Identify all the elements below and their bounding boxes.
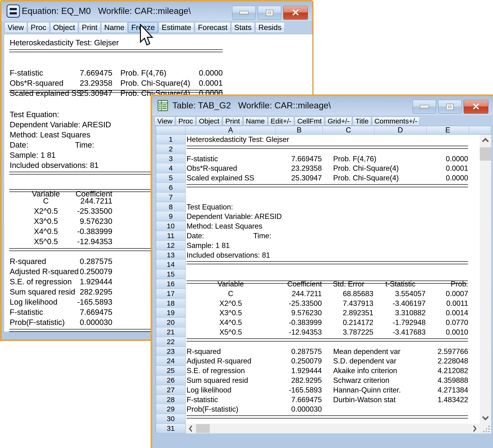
column-header-d[interactable]: D: [374, 126, 426, 135]
row-header[interactable]: 9: [156, 212, 186, 221]
scroll-down-button[interactable]: [480, 412, 491, 424]
menu-proc[interactable]: Proc: [28, 22, 49, 33]
corner-header[interactable]: [156, 126, 186, 135]
row-header[interactable]: 15: [156, 269, 186, 279]
menu-name[interactable]: Name: [101, 22, 127, 33]
table-titlebar[interactable]: Table: TAB_G2 Workfile: CAR::mileage\ ✕: [152, 96, 493, 115]
minimize-button[interactable]: [413, 100, 436, 114]
menu-name[interactable]: Name: [243, 117, 268, 125]
resize-grip[interactable]: [480, 424, 491, 433]
row-header[interactable]: 5: [156, 173, 186, 183]
menu-print[interactable]: Print: [79, 22, 101, 33]
row-header[interactable]: 31: [156, 424, 186, 433]
menu-estimate[interactable]: Estimate: [159, 22, 194, 33]
horizontal-scrollbar-thumb[interactable]: [196, 424, 210, 433]
separator-line: [187, 416, 468, 418]
scroll-up-button[interactable]: [480, 135, 491, 146]
menu-forecast[interactable]: Forecast: [195, 22, 230, 33]
menu-comments[interactable]: Comments+/-: [372, 117, 420, 125]
row-header[interactable]: 14: [156, 260, 186, 269]
menu-stats[interactable]: Stats: [231, 22, 255, 33]
row-header[interactable]: 20: [156, 318, 186, 327]
maximize-button[interactable]: [258, 6, 281, 20]
row-header[interactable]: 3: [156, 154, 186, 164]
scroll-right-button[interactable]: [470, 424, 480, 433]
scroll-left-button[interactable]: [186, 424, 196, 433]
row-header[interactable]: 12: [156, 241, 186, 250]
maximize-icon: [266, 10, 273, 16]
row-header[interactable]: 17: [156, 289, 186, 299]
coef-row: C244.721168.856833.5540570.0007: [186, 289, 480, 299]
cell-row: Heteroskedasticity Test: Glejser: [186, 135, 480, 144]
column-header-c[interactable]: C: [323, 126, 374, 135]
row-header[interactable]: 29: [156, 404, 186, 414]
row-header[interactable]: 11: [156, 231, 186, 241]
chevron-right-icon: [473, 425, 477, 432]
row-header[interactable]: 13: [156, 250, 186, 260]
dependent-variable: Dependent Variable: ARESID: [187, 212, 282, 221]
method: Method: Least Squares: [10, 130, 90, 140]
row-header[interactable]: 24: [156, 356, 186, 366]
menu-cellfmt[interactable]: CellFmt: [295, 117, 324, 125]
table-window-title: Table: TAB_G2 Workfile: CAR::mileage\: [172, 96, 331, 115]
table-icon[interactable]: [157, 100, 169, 111]
column-header-b[interactable]: B: [276, 126, 323, 135]
test-heading-row: Heteroskedasticity Test: Glejser: [4, 38, 312, 48]
menu-object[interactable]: Object: [50, 22, 78, 33]
column-header-e[interactable]: E: [426, 126, 469, 135]
close-button[interactable]: ✕: [464, 100, 488, 114]
row-header[interactable]: 1: [156, 135, 186, 144]
menu-view[interactable]: View: [4, 22, 27, 33]
row-header[interactable]: 19: [156, 308, 186, 318]
row-header[interactable]: 10: [156, 221, 186, 231]
column-header-a[interactable]: A: [186, 126, 276, 135]
stat-row: F-statistic7.669475Prob. F(4,76)0.0000: [4, 57, 312, 68]
chevron-left-icon: [189, 425, 192, 432]
maximize-button[interactable]: [438, 100, 461, 114]
menu-object[interactable]: Object: [196, 117, 222, 125]
row-header[interactable]: 7: [156, 192, 186, 202]
row-header[interactable]: 22: [156, 337, 186, 347]
menu-grid[interactable]: Grid+/-: [325, 117, 352, 125]
menu-proc[interactable]: Proc: [176, 117, 196, 125]
horizontal-scrollbar[interactable]: [186, 424, 480, 433]
row-header[interactable]: 6: [156, 183, 186, 192]
row-header[interactable]: 28: [156, 395, 186, 405]
menu-view[interactable]: View: [155, 117, 175, 125]
equation-window-title: Equation: EQ_M0 Workfile: CAR::mileage\: [22, 1, 191, 21]
row-header[interactable]: 26: [156, 375, 186, 385]
separator-line: [187, 281, 468, 284]
separator-line: [187, 146, 468, 149]
vertical-scrollbar[interactable]: [480, 135, 491, 424]
equation-titlebar[interactable]: Equation: EQ_M0 Workfile: CAR::mileage\ …: [1, 1, 312, 21]
stat-row: Obs*R-squared23.29358Prob. Chi-Square(4)…: [186, 163, 480, 173]
menu-title[interactable]: Title: [353, 117, 371, 125]
row-header[interactable]: 4: [156, 163, 186, 173]
menu-print[interactable]: Print: [223, 117, 243, 125]
row-header[interactable]: 25: [156, 366, 186, 375]
row-header[interactable]: 16: [156, 279, 186, 289]
menu-resids[interactable]: Resids: [255, 22, 285, 33]
maximize-icon: [446, 104, 454, 110]
row-header[interactable]: 27: [156, 385, 186, 395]
vertical-scrollbar-thumb[interactable]: [480, 147, 491, 160]
stat-row: Obs*R-squared23.29358Prob. Chi-Square(4)…: [4, 68, 312, 78]
row-header[interactable]: 21: [156, 327, 186, 337]
table-sheet[interactable]: A B C D E 1 2 3 4 5 6 7 8 9 10 11 12 13: [156, 126, 491, 433]
close-icon: ✕: [472, 102, 480, 112]
row-header[interactable]: 30: [156, 414, 186, 424]
row-header[interactable]: 2: [156, 144, 186, 154]
menu-edit[interactable]: Edit+/-: [268, 117, 294, 125]
row-header[interactable]: 23: [156, 347, 186, 356]
minimize-button[interactable]: [232, 6, 256, 20]
summary-row: Sum squared resid282.9295Schwarz criteri…: [186, 375, 480, 385]
row-header[interactable]: 18: [156, 299, 186, 308]
separator-line: [9, 49, 223, 52]
stat-row: Scaled explained SS25.30947Prob. Chi-Squ…: [186, 173, 480, 183]
close-button[interactable]: ✕: [283, 6, 308, 20]
coef-row: X3^0.59.5762302.8923513.3108820.0014: [186, 308, 480, 318]
equation-icon[interactable]: [7, 4, 20, 18]
dependent-variable: Dependent Variable: ARESID: [10, 119, 111, 130]
method: Method: Least Squares: [187, 221, 262, 231]
row-header[interactable]: 8: [156, 202, 186, 212]
